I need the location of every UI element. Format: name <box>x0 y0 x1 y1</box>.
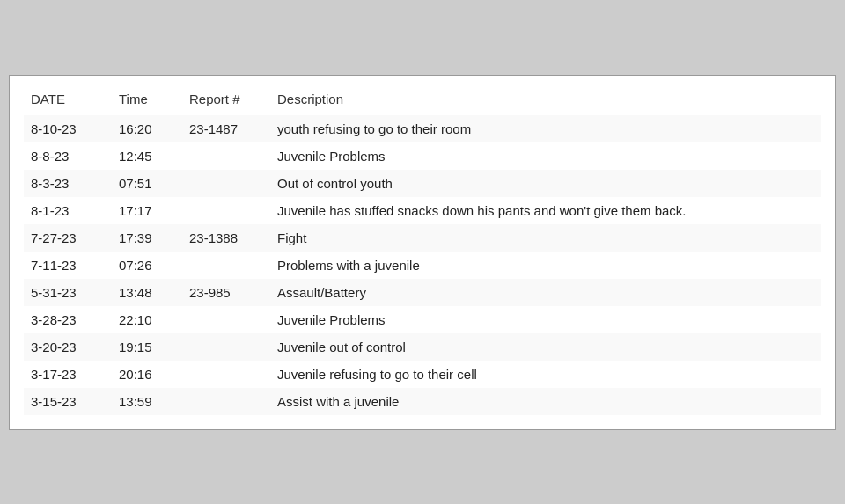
cell-report: 23-985 <box>182 279 270 306</box>
table-row: 3-20-2319:15Juvenile out of control <box>24 333 821 361</box>
cell-time: 07:26 <box>112 252 182 279</box>
cell-report <box>182 306 270 333</box>
cell-description: Assist with a juvenile <box>270 388 821 415</box>
table-row: 8-3-2307:51Out of control youth <box>24 170 821 197</box>
table-row: 3-17-2320:16Juvenile refusing to go to t… <box>24 361 821 388</box>
cell-time: 17:17 <box>112 197 182 224</box>
cell-time: 16:20 <box>112 115 182 142</box>
header-description: Description <box>270 86 821 115</box>
cell-time: 20:16 <box>112 361 182 388</box>
cell-description: youth refusing to go to their room <box>270 115 821 142</box>
cell-report <box>182 388 270 415</box>
cell-date: 8-1-23 <box>24 197 112 224</box>
cell-report: 23-1487 <box>182 115 270 142</box>
table-row: 8-1-2317:17Juvenile has stuffed snacks d… <box>24 197 821 224</box>
cell-date: 3-20-23 <box>24 333 112 361</box>
cell-time: 13:59 <box>112 388 182 415</box>
cell-time: 13:48 <box>112 279 182 306</box>
cell-time: 12:45 <box>112 142 182 170</box>
cell-date: 3-17-23 <box>24 361 112 388</box>
cell-date: 8-3-23 <box>24 170 112 197</box>
cell-date: 8-8-23 <box>24 142 112 170</box>
table-row: 5-31-2313:4823-985Assault/Battery <box>24 279 821 306</box>
cell-report <box>182 333 270 361</box>
cell-description: Fight <box>270 224 821 252</box>
table-row: 7-11-2307:26Problems with a juvenile <box>24 252 821 279</box>
cell-date: 8-10-23 <box>24 115 112 142</box>
cell-description: Juvenile out of control <box>270 333 821 361</box>
cell-date: 5-31-23 <box>24 279 112 306</box>
header-date: DATE <box>24 86 112 115</box>
cell-time: 19:15 <box>112 333 182 361</box>
cell-date: 3-15-23 <box>24 388 112 415</box>
cell-description: Juvenile Problems <box>270 306 821 333</box>
table-row: 3-28-2322:10Juvenile Problems <box>24 306 821 333</box>
cell-date: 3-28-23 <box>24 306 112 333</box>
cell-date: 7-11-23 <box>24 252 112 279</box>
cell-description: Out of control youth <box>270 170 821 197</box>
cell-time: 22:10 <box>112 306 182 333</box>
table-row: 7-27-2317:3923-1388Fight <box>24 224 821 252</box>
header-time: Time <box>112 86 182 115</box>
cell-report <box>182 252 270 279</box>
cell-report <box>182 361 270 388</box>
report-table: DATE Time Report # Description 8-10-2316… <box>24 86 821 415</box>
cell-description: Juvenile Problems <box>270 142 821 170</box>
cell-description: Problems with a juvenile <box>270 252 821 279</box>
cell-report <box>182 197 270 224</box>
table-row: 3-15-2313:59Assist with a juvenile <box>24 388 821 415</box>
table-row: 8-10-2316:2023-1487youth refusing to go … <box>24 115 821 142</box>
header-report: Report # <box>182 86 270 115</box>
cell-description: Juvenile has stuffed snacks down his pan… <box>270 197 821 224</box>
cell-description: Juvenile refusing to go to their cell <box>270 361 821 388</box>
table-row: 8-8-2312:45Juvenile Problems <box>24 142 821 170</box>
cell-report <box>182 170 270 197</box>
report-table-container: DATE Time Report # Description 8-10-2316… <box>9 75 836 430</box>
cell-time: 07:51 <box>112 170 182 197</box>
cell-report: 23-1388 <box>182 224 270 252</box>
cell-report <box>182 142 270 170</box>
cell-description: Assault/Battery <box>270 279 821 306</box>
table-header-row: DATE Time Report # Description <box>24 86 821 115</box>
cell-time: 17:39 <box>112 224 182 252</box>
cell-date: 7-27-23 <box>24 224 112 252</box>
